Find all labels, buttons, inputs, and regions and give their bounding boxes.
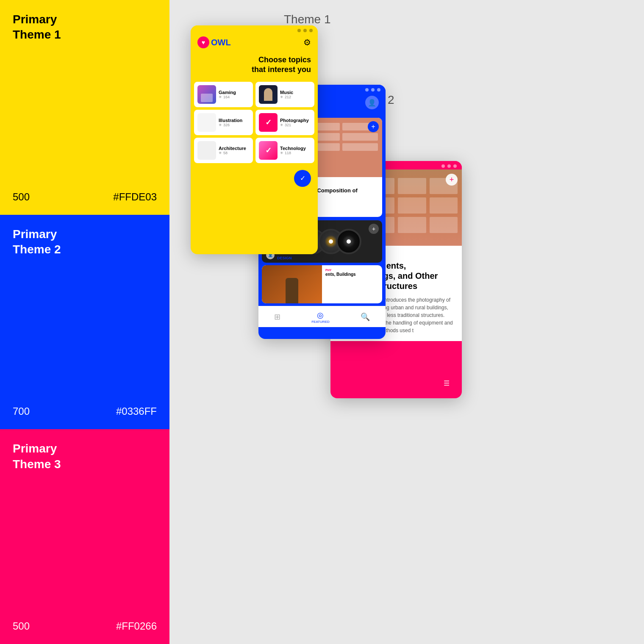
grid-icon: ⊞	[274, 312, 280, 322]
user-avatar[interactable]: 👤	[365, 96, 379, 109]
photography-count: ✳ 321	[280, 123, 311, 127]
menu-icon: ☰	[444, 379, 450, 387]
phone2-dot3	[377, 88, 380, 92]
music-name: Music	[280, 90, 311, 95]
arch-add-button[interactable]: +	[368, 121, 379, 132]
illustration-thumb	[197, 113, 216, 132]
asterisk-icon6: ✳	[280, 151, 283, 155]
owl-icon: ♥	[197, 36, 209, 48]
illustration-name: Illustration	[219, 118, 250, 123]
technology-check: ✓	[265, 146, 272, 155]
pink-primary-label: Primary	[13, 441, 157, 456]
win11	[398, 217, 426, 233]
photography-check: ✓	[265, 118, 272, 127]
nav-search[interactable]: 🔍	[361, 312, 370, 322]
status-dot3	[309, 29, 313, 32]
architecture-count: ✳ 58	[219, 151, 250, 155]
topic-technology[interactable]: ✓ Technology ✳ 118	[255, 138, 314, 163]
yellow-primary-label: Primary	[13, 12, 157, 27]
facade-win6	[342, 133, 378, 141]
blue-theme-label: Theme 2	[13, 242, 157, 257]
win3	[398, 178, 426, 194]
facade-win9	[342, 143, 378, 151]
music-info: Music ✳ 212	[280, 90, 311, 99]
cooking-title: ents, Buildings	[325, 272, 379, 277]
fab-button[interactable]: ✓	[294, 170, 311, 187]
owl-logo: ♥ OWL	[197, 36, 231, 48]
music-person	[264, 88, 272, 101]
person-silhouette	[286, 278, 298, 303]
technology-thumb: ✓	[259, 141, 278, 160]
architecture-info: Architecture ✳ 58	[219, 146, 250, 155]
topic-architecture[interactable]: Architecture ✳ 58	[194, 138, 253, 163]
yellow-theme-label: Theme 1	[13, 27, 157, 42]
asterisk-icon: ✳	[219, 95, 222, 99]
yellow-weight: 500	[13, 191, 30, 203]
phone3-add-button[interactable]: +	[446, 174, 458, 186]
phone3-dot3	[453, 164, 457, 168]
gaming-count: ✳ 164	[219, 95, 250, 99]
phone3-dot1	[441, 164, 445, 168]
theme1-label: Theme 1	[284, 13, 331, 26]
phone2-bottom-nav: ⊞ ◎ FEATURED 🔍	[258, 306, 386, 327]
architecture-thumb	[197, 141, 216, 160]
phone2-dot2	[371, 88, 375, 92]
pink-weight: 500	[13, 620, 30, 632]
phone1-topics-grid: Gaming ✳ 164 Music ✳ 212	[191, 82, 318, 163]
architecture-name: Architecture	[219, 146, 250, 151]
illustration-count: ✳ 326	[219, 123, 250, 127]
checkmark-icon: ✓	[300, 174, 305, 182]
pink-hex: #FF0266	[116, 620, 157, 632]
yellow-hex: #FFDE03	[113, 191, 157, 203]
cooking-card: PHY ents, Buildings	[262, 265, 382, 303]
yellow-meta: 500 #FFDE03	[13, 191, 157, 203]
phone1-fab-area: ✓	[191, 163, 318, 194]
illustration-info: Illustration ✳ 326	[219, 118, 250, 127]
phone3-fab[interactable]: ☰	[438, 375, 455, 391]
topic-illustration[interactable]: Illustration ✳ 326	[194, 110, 253, 135]
pink-theme-label: Theme 3	[13, 457, 157, 472]
blue-hex: #0336FF	[116, 405, 157, 417]
technology-info: Technology ✳ 118	[280, 146, 311, 155]
photography-info: Photography ✳ 321	[280, 118, 311, 127]
music-count: ✳ 212	[280, 95, 311, 99]
nav-featured[interactable]: ◎ FEATURED	[311, 311, 330, 324]
asterisk-icon3: ✳	[219, 123, 222, 127]
cooking-image	[262, 265, 322, 303]
topic-gaming[interactable]: Gaming ✳ 164	[194, 82, 253, 107]
featured-icon: ◎	[311, 311, 330, 320]
asterisk-icon2: ✳	[280, 95, 283, 99]
blue-color-block: Primary Theme 2 700 #0336FF	[0, 215, 169, 430]
asterisk-icon4: ✳	[280, 123, 283, 127]
right-area: Theme 1 Theme 2 Theme 3 ♥ OWL ⚙ Choose t…	[169, 0, 644, 644]
blue-primary-label: Primary	[13, 227, 157, 242]
topic-photography[interactable]: ✓ Photography ✳ 321	[255, 110, 314, 135]
phone3-dot2	[447, 164, 451, 168]
music-thumb	[259, 85, 278, 104]
cooking-text: PHY ents, Buildings	[322, 265, 382, 303]
vinyl-4	[336, 229, 361, 254]
technology-name: Technology	[280, 146, 311, 151]
vinyl-label: DESIGN	[277, 256, 292, 260]
status-dot1	[297, 29, 301, 32]
technology-count: ✳ 118	[280, 151, 311, 155]
phone1-title: Choose topics that interest you	[191, 53, 318, 82]
nav-grid-icon[interactable]: ⊞	[274, 312, 280, 322]
phone-theme1: ♥ OWL ⚙ Choose topics that interest you …	[191, 25, 318, 254]
gear-icon[interactable]: ⚙	[303, 37, 311, 47]
gaming-thumb	[197, 85, 216, 104]
blue-weight: 700	[13, 405, 30, 417]
pink-color-block: Primary Theme 3 500 #FF0266	[0, 429, 169, 644]
win7	[398, 197, 426, 214]
photography-thumb: ✓	[259, 113, 278, 132]
win12	[430, 217, 458, 233]
featured-label: FEATURED	[311, 320, 330, 324]
left-panel: Primary Theme 1 500 #FFDE03 Primary Them…	[0, 0, 169, 644]
gaming-info: Gaming ✳ 164	[219, 90, 250, 99]
vinyl-add-button[interactable]: +	[369, 224, 379, 234]
photography-name: Photography	[280, 118, 311, 123]
topic-music[interactable]: Music ✳ 212	[255, 82, 314, 107]
asterisk-icon5: ✳	[219, 151, 222, 155]
cooking-tag: PHY	[325, 269, 379, 272]
phone2-dot1	[365, 88, 369, 92]
